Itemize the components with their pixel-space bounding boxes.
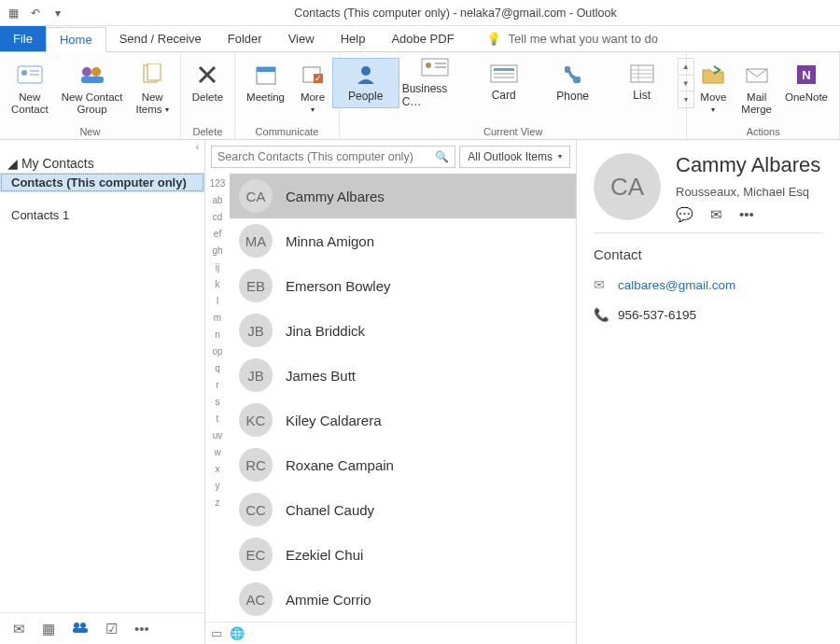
more-label: More▾	[301, 91, 325, 117]
view-list-button[interactable]: List	[609, 58, 676, 108]
title-bar: ▦ ↶ ▾ Contacts (This computer only) - ne…	[0, 0, 840, 26]
alpha-index-item[interactable]: cd	[213, 209, 223, 226]
mail-merge-icon	[742, 60, 772, 90]
contact-list-item[interactable]: RCRoxane Campain	[230, 442, 576, 487]
contact-list-item[interactable]: CACammy Albares	[230, 174, 576, 218]
contact-list-item[interactable]: EBEmerson Bowley	[230, 263, 576, 308]
alpha-index[interactable]: 123abcdefghijklmnopqrstuvwxyz	[205, 174, 230, 622]
contact-list-item[interactable]: ACAmmie Corrio	[230, 577, 576, 622]
more-modules-icon[interactable]: •••	[134, 621, 149, 637]
tab-help[interactable]: Help	[328, 26, 379, 51]
alpha-index-item[interactable]: ef	[214, 226, 221, 243]
contact-list-item[interactable]: CCChanel Caudy	[230, 487, 576, 532]
alpha-index-item[interactable]: uv	[213, 427, 223, 444]
tab-folder[interactable]: Folder	[215, 26, 275, 51]
people-module-icon[interactable]	[72, 621, 89, 637]
search-icon[interactable]: 🔍	[435, 150, 449, 163]
email-icon[interactable]: ✉	[710, 206, 722, 223]
alpha-index-item[interactable]: s	[216, 394, 220, 411]
contact-list-name: Kiley Caldarera	[286, 413, 382, 428]
alpha-index-item[interactable]: gh	[212, 243, 222, 259]
onenote-button[interactable]: N OneNote	[779, 58, 833, 105]
contact-list-pane: 🔍 All Outlook Items ▾ 123abcdefghijklmno…	[205, 140, 577, 644]
ribbon-group-delete-label: Delete	[187, 124, 229, 139]
quick-access-icon[interactable]: ▦	[6, 6, 21, 21]
alpha-index-item[interactable]: l	[217, 293, 218, 310]
tell-me-label: Tell me what you want to do	[509, 32, 658, 46]
alpha-index-item[interactable]: op	[212, 343, 222, 360]
mail-module-icon[interactable]: ✉	[13, 621, 25, 637]
view-card-button[interactable]: Card	[470, 58, 538, 108]
move-button[interactable]: Move▾	[693, 58, 734, 119]
ribbon-group-current-view: People Business C… Card Phone List ▲ ▼	[340, 52, 687, 139]
new-contact-group-button[interactable]: New Contact Group	[56, 58, 129, 118]
search-input[interactable]	[217, 150, 435, 163]
people-group-icon	[77, 60, 107, 90]
contact-list-item[interactable]: JBJina Briddick	[230, 308, 576, 353]
chat-icon[interactable]: 💬	[676, 206, 693, 223]
delete-button[interactable]: Delete	[187, 58, 229, 105]
alpha-index-item[interactable]: q	[215, 360, 220, 377]
contact-avatar-small: EB	[239, 269, 273, 302]
alpha-index-item[interactable]: w	[214, 444, 220, 461]
search-scope-dropdown[interactable]: All Outlook Items ▾	[459, 146, 570, 168]
alpha-index-item[interactable]: m	[214, 310, 221, 327]
new-items-button[interactable]: New Items ▾	[130, 58, 174, 119]
view-people-button[interactable]: People	[332, 58, 399, 108]
ribbon-group-new-label: New	[6, 124, 175, 139]
alpha-index-item[interactable]: y	[216, 478, 220, 495]
alpha-index-item[interactable]: x	[216, 461, 220, 478]
contact-email-link[interactable]: calbares@gmail.com	[618, 278, 735, 292]
tell-me-search[interactable]: 💡 Tell me what you want to do	[486, 26, 658, 51]
list-icon	[630, 64, 654, 86]
tab-file[interactable]: File	[0, 26, 46, 51]
contact-list-name: Ammie Corrio	[286, 592, 371, 608]
contacts-list[interactable]: CACammy AlbaresMAMinna AmigonEBEmerson B…	[230, 174, 576, 622]
contact-phone-value: 956-537-6195	[618, 308, 696, 322]
calendar-module-icon[interactable]: ▦	[42, 621, 55, 637]
alpha-index-item[interactable]: 123	[210, 175, 226, 192]
move-label: Move▾	[700, 91, 726, 117]
alpha-index-item[interactable]: n	[215, 327, 220, 343]
nav-header-my-contacts[interactable]: ◢ My Contacts	[0, 154, 204, 173]
alpha-index-item[interactable]: r	[216, 377, 218, 394]
nav-item-contacts-local[interactable]: Contacts (This computer only)	[0, 173, 204, 192]
new-items-label: New Items ▾	[135, 91, 168, 117]
contact-avatar-small: EC	[239, 538, 273, 571]
tab-send-receive[interactable]: Send / Receive	[106, 26, 215, 51]
contact-list-item[interactable]: MAMinna Amigon	[230, 218, 576, 263]
contact-card-footer-icon[interactable]: ▭	[211, 626, 222, 640]
search-contacts-box[interactable]: 🔍	[211, 146, 455, 168]
alpha-index-item[interactable]: z	[216, 495, 220, 511]
meeting-button[interactable]: Meeting	[241, 58, 290, 105]
svg-point-4	[82, 67, 91, 77]
phone-small-icon: 📞	[594, 307, 609, 322]
undo-icon[interactable]: ↶	[28, 6, 43, 21]
more-button[interactable]: ✓ More▾	[292, 58, 333, 119]
new-contact-button[interactable]: New Contact	[6, 58, 54, 118]
tab-adobe-pdf[interactable]: Adobe PDF	[378, 26, 467, 51]
customize-qat-icon[interactable]: ▾	[50, 6, 65, 21]
view-card-label: Card	[492, 89, 516, 102]
contact-list-item[interactable]: JBJames Butt	[230, 353, 576, 398]
contact-list-item[interactable]: ECEzekiel Chui	[230, 532, 576, 577]
mail-merge-button[interactable]: Mail Merge	[735, 58, 777, 118]
alpha-index-item[interactable]: ab	[212, 192, 222, 209]
alpha-index-item[interactable]: ij	[216, 259, 219, 276]
view-phone-button[interactable]: Phone	[539, 58, 607, 108]
globe-footer-icon[interactable]: 🌐	[230, 626, 245, 640]
tab-view[interactable]: View	[275, 26, 328, 51]
alpha-index-item[interactable]: k	[216, 276, 220, 293]
alpha-index-item[interactable]: t	[217, 411, 219, 427]
collapse-nav-icon[interactable]: ‹	[0, 140, 204, 154]
svg-rect-8	[147, 63, 161, 80]
tab-home[interactable]: Home	[46, 27, 106, 52]
nav-item-contacts-1[interactable]: Contacts 1	[0, 205, 204, 225]
section-contact-title: Contact	[594, 246, 823, 262]
svg-rect-22	[494, 68, 514, 71]
contact-list-item[interactable]: KCKiley Caldarera	[230, 398, 576, 442]
svg-point-33	[74, 623, 79, 628]
more-actions-icon[interactable]: •••	[739, 206, 754, 223]
tasks-module-icon[interactable]: ☑	[105, 621, 118, 637]
view-business-card-button[interactable]: Business C…	[401, 58, 469, 108]
